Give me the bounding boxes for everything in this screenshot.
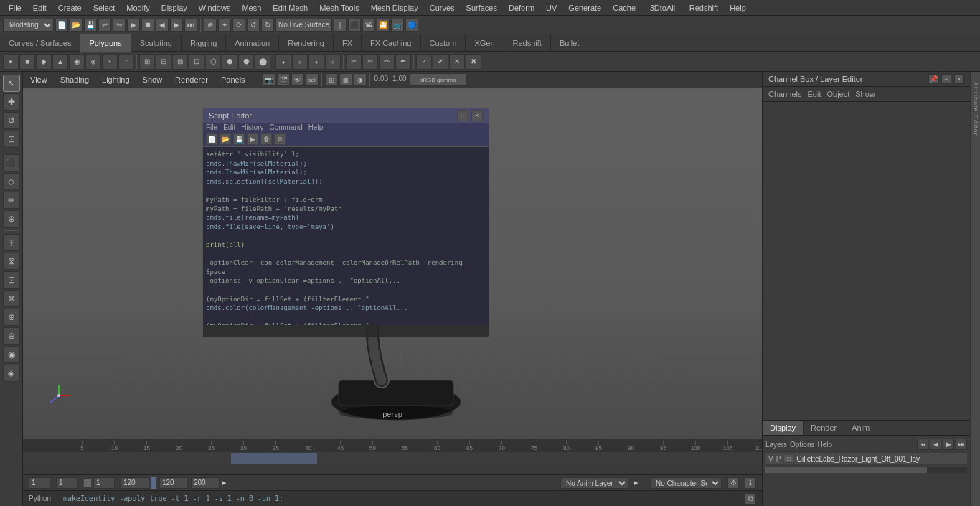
toolbar-icon-14[interactable]: ⬣ <box>238 54 254 70</box>
script-editor-content[interactable]: setAttr '.visibility' 1;cmds.ThawMir(sel… <box>203 147 489 325</box>
toolbar-icon-15[interactable]: ⬤ <box>255 54 270 70</box>
char-set-select[interactable]: No Character Set <box>650 477 722 489</box>
tb-icon-b-2[interactable]: ⟳ <box>232 19 245 32</box>
tb-icon-8[interactable]: ▶ <box>170 19 183 32</box>
vp-icon-grid[interactable]: ⊞ <box>325 73 338 86</box>
tb-icon-c-2[interactable]: 📽 <box>362 19 375 32</box>
toolbar-icon-23[interactable]: ✒ <box>395 54 411 70</box>
se-menu-help[interactable]: Help <box>308 123 324 131</box>
tb-icon-5[interactable]: ▶ <box>127 19 140 32</box>
menu-item-redshift[interactable]: Redshift <box>684 2 724 14</box>
tab-fx[interactable]: FX <box>334 34 362 52</box>
tb-icon-b-0[interactable]: ⊕ <box>204 19 217 32</box>
orient-tool[interactable]: ◉ <box>3 346 20 363</box>
toolbar-icon-18[interactable]: ⬧ <box>308 54 324 70</box>
toolbar-icon-1[interactable]: ■ <box>19 54 35 70</box>
scale-tool[interactable]: ⊡ <box>3 131 20 148</box>
toggle-4[interactable]: ⊕ <box>3 309 20 326</box>
ch-menu-show[interactable]: Show <box>855 90 875 98</box>
layers-nav-next[interactable]: ▶ <box>943 439 954 450</box>
script-editor[interactable]: Script Editor − × File Edit History Comm… <box>202 108 489 337</box>
channel-box-minimize[interactable]: − <box>941 74 951 84</box>
tb-icon-b-3[interactable]: ↺ <box>247 19 260 32</box>
se-icon-clear[interactable]: 🗑 <box>260 133 272 145</box>
toolbar-icon-5[interactable]: ◈ <box>85 54 101 70</box>
toggle-2[interactable]: ⊡ <box>3 271 20 289</box>
tb-icon-1[interactable]: 📂 <box>70 19 83 32</box>
soft-select[interactable]: ⬛ <box>3 154 20 172</box>
ch-menu-edit[interactable]: Edit <box>807 90 821 98</box>
ch-menu-channels[interactable]: Channels <box>768 90 801 98</box>
tb-icon-b-4[interactable]: ↻ <box>261 19 274 32</box>
select-tool[interactable]: ↖ <box>3 75 20 92</box>
menu-item-mesh[interactable]: Mesh <box>236 2 267 14</box>
menu-item-mesh-display[interactable]: Mesh Display <box>365 2 424 14</box>
layers-nav-prev1[interactable]: ⏮ <box>917 439 928 450</box>
3d-viewport[interactable]: View Shading Lighting Show Renderer Pane… <box>23 72 762 439</box>
tb-icon-7[interactable]: ◀ <box>156 19 169 32</box>
vp-menu-view[interactable]: View <box>27 74 50 85</box>
vp-menu-lighting[interactable]: Lighting <box>99 74 133 85</box>
menu-item-uv[interactable]: UV <box>540 2 562 14</box>
tb-icon-b-1[interactable]: ✦ <box>218 19 231 32</box>
vp-menu-show[interactable]: Show <box>140 74 166 85</box>
current-time-input[interactable] <box>121 477 149 489</box>
panel-tool[interactable]: ◈ <box>3 365 20 382</box>
vp-icon-shade[interactable]: ◑ <box>354 73 367 86</box>
layer-p[interactable]: P <box>776 455 781 463</box>
tb-icon-6[interactable]: ⏹ <box>141 19 154 32</box>
se-menu-edit[interactable]: Edit <box>223 123 235 131</box>
current-frame-field[interactable] <box>29 477 50 489</box>
menu-item-help[interactable]: Help <box>724 2 752 14</box>
se-menu-file[interactable]: File <box>206 123 217 131</box>
toolbar-icon-8[interactable]: ⊞ <box>139 54 155 70</box>
menu-item-modify[interactable]: Modify <box>121 2 155 14</box>
tab-sculpting[interactable]: Sculpting <box>131 34 182 52</box>
menu-item-deform[interactable]: Deform <box>503 2 540 14</box>
tab-render[interactable]: Render <box>804 421 844 435</box>
menu-item-mesh-tools[interactable]: Mesh Tools <box>314 2 364 14</box>
anim-layer-select[interactable]: No Anim Layer <box>560 477 628 489</box>
vp-icon-camera[interactable]: 📷 <box>263 73 275 86</box>
tb-icon-c-3[interactable]: 🎦 <box>377 19 390 32</box>
settings-icon[interactable]: ⚙ <box>727 477 739 489</box>
se-icon-save[interactable]: 💾 <box>233 133 245 145</box>
script-editor-minimize[interactable]: − <box>457 110 468 121</box>
tb-icon-c-5[interactable]: 🔵 <box>405 19 418 32</box>
toolbar-icon-21[interactable]: ✄ <box>362 54 378 70</box>
toggle-1[interactable]: ⊠ <box>3 253 20 270</box>
toolbar-icon-27[interactable]: ✖ <box>466 54 481 70</box>
rect-select[interactable]: ⊞ <box>3 234 20 251</box>
tab-display[interactable]: Display <box>763 421 804 435</box>
menu-item-display[interactable]: Display <box>156 2 193 14</box>
script-editor-close[interactable]: × <box>471 110 483 121</box>
workspace-select[interactable]: Modeling <box>3 19 54 32</box>
paint-tool[interactable]: ✏ <box>3 192 20 209</box>
menu-item-surfaces[interactable]: Surfaces <box>461 2 503 14</box>
layers-scrollbar-thumb[interactable] <box>765 467 927 473</box>
tb-icon-4[interactable]: ↪ <box>113 19 126 32</box>
tb-icon-9[interactable]: ⏭ <box>184 19 197 32</box>
toolbar-icon-20[interactable]: ✂ <box>346 54 362 70</box>
move-tool[interactable]: ✚ <box>3 93 20 111</box>
snap-tool[interactable]: ⊕ <box>3 210 20 228</box>
vp-icon-sel[interactable]: sel <box>306 73 319 86</box>
menu-item-cache[interactable]: Cache <box>607 2 641 14</box>
toggle-3[interactable]: ⊗ <box>3 290 20 307</box>
layers-nav-next1[interactable]: ⏭ <box>956 439 967 450</box>
tab-rigging[interactable]: Rigging <box>182 34 226 52</box>
tab-bullet[interactable]: Bullet <box>551 34 589 52</box>
tb-icon-3[interactable]: ↩ <box>98 19 111 32</box>
menu-item-curves[interactable]: Curves <box>424 2 461 14</box>
toolbar-icon-7[interactable]: ▫ <box>118 54 134 70</box>
toolbar-icon-16[interactable]: ⬥ <box>275 54 291 70</box>
menu-item-create[interactable]: Create <box>52 2 88 14</box>
tab-xgen[interactable]: XGen <box>466 34 504 52</box>
toggle-5[interactable]: ⊖ <box>3 327 20 345</box>
frame-field-2[interactable] <box>56 477 77 489</box>
toolbar-icon-25[interactable]: ✔ <box>433 54 448 70</box>
vp-icon-film[interactable]: 🎬 <box>277 73 290 86</box>
layers-menu-help[interactable]: Help <box>817 441 832 449</box>
vp-icon-poly[interactable]: ▦ <box>339 73 352 86</box>
vp-menu-renderer[interactable]: Renderer <box>172 74 211 85</box>
